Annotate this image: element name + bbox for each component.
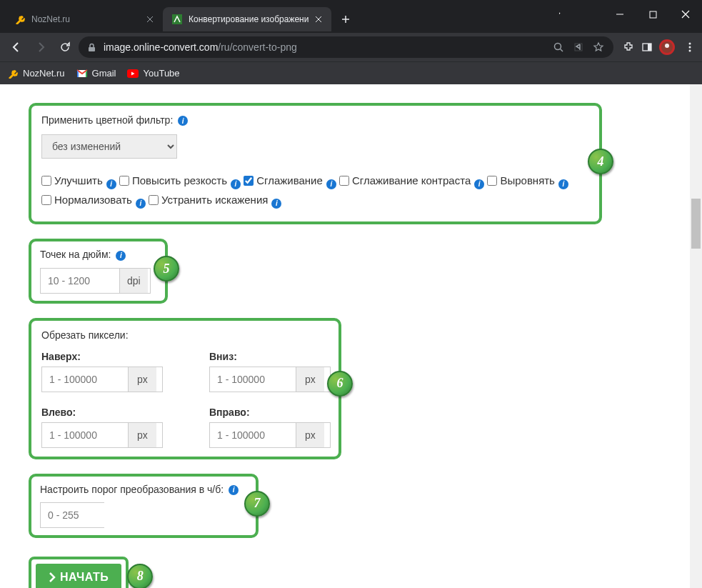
antialias-checkbox[interactable]: Сглаживание: [244, 174, 323, 186]
bookmark-noznet[interactable]: NozNet.ru: [7, 68, 65, 79]
info-icon[interactable]: i: [136, 199, 146, 209]
start-section: НАЧАТЬ 8: [29, 557, 129, 588]
page-content: Применить цветной фильтр: i без изменени…: [0, 84, 702, 588]
svg-point-12: [555, 44, 561, 50]
wrench-icon: [14, 14, 26, 25]
info-icon[interactable]: i: [558, 179, 568, 189]
reload-button[interactable]: [54, 36, 76, 58]
crop-left-label: Влево:: [41, 407, 174, 418]
info-icon[interactable]: i: [116, 251, 126, 261]
crop-right-input[interactable]: [210, 423, 296, 447]
profile-avatar[interactable]: [659, 39, 675, 55]
extension-icons: [622, 39, 696, 55]
site-icon: [171, 14, 183, 25]
crop-top-label: Наверх:: [41, 351, 174, 362]
annotation-badge-8: 8: [127, 564, 153, 588]
equalize-checkbox[interactable]: Выровнять: [487, 174, 555, 186]
svg-point-18: [665, 44, 669, 48]
extensions-icon[interactable]: [622, 41, 635, 53]
crop-bottom-label: Вниз:: [209, 351, 341, 362]
bw-threshold-section: Настроить порог преобразования в ч/б: i …: [29, 474, 259, 538]
svg-rect-1: [650, 11, 656, 18]
wrench-icon: [7, 68, 19, 79]
threshold-label: Настроить порог преобразования в ч/б:: [40, 484, 224, 495]
bookmark-label: NozNet.ru: [23, 68, 65, 79]
new-tab-button[interactable]: [336, 9, 356, 29]
crop-left-input[interactable]: [42, 423, 128, 447]
bookmarks-bar: NozNet.ru Gmail YouTube: [0, 61, 702, 84]
crop-label: Обрезать пиксели:: [41, 329, 129, 341]
panel-icon[interactable]: [641, 41, 653, 53]
url-text: image.online-convert.com/ru/convert-to-p…: [104, 41, 545, 53]
tab-convert[interactable]: Конвертирование изображени: [163, 7, 331, 31]
svg-rect-16: [648, 44, 651, 51]
info-icon[interactable]: i: [229, 485, 239, 495]
px-unit: px: [296, 423, 324, 447]
chevron-right-icon: [49, 572, 56, 582]
back-button[interactable]: [6, 36, 27, 58]
bookmark-star-icon[interactable]: [592, 41, 605, 53]
svg-point-20: [689, 46, 691, 49]
color-filter-label: Применить цветной фильтр:: [41, 114, 173, 126]
info-icon[interactable]: i: [106, 179, 116, 189]
crop-section: Обрезать пиксели: Наверх: px Вниз: px Вл…: [29, 318, 341, 459]
tab-title: Конвертирование изображени: [189, 14, 309, 24]
px-unit: px: [128, 367, 156, 392]
search-icon[interactable]: [552, 41, 565, 53]
annotation-badge-7: 7: [244, 491, 270, 517]
dpi-unit: dpi: [119, 269, 148, 293]
normalize-checkbox[interactable]: Нормализовать: [41, 194, 132, 206]
svg-point-21: [689, 50, 691, 52]
annotation-badge-4: 4: [588, 149, 613, 174]
despeckle-checkbox[interactable]: Устранить искажения: [149, 194, 268, 206]
color-filter-select[interactable]: без изменений: [41, 134, 177, 159]
close-icon[interactable]: [313, 14, 324, 25]
dpi-section: Точек на дюйм: i dpi 5: [29, 239, 168, 303]
bookmark-youtube[interactable]: YouTube: [127, 68, 179, 79]
youtube-icon: [127, 68, 139, 79]
gmail-icon: [76, 68, 88, 79]
color-filter-section: Применить цветной фильтр: i без изменени…: [29, 103, 602, 224]
tab-title: NozNet.ru: [31, 14, 140, 24]
tab-strip: NozNet.ru Конвертирование изображени: [0, 4, 559, 31]
browser-toolbar: image.online-convert.com/ru/convert-to-p…: [0, 33, 702, 61]
px-unit: px: [296, 367, 324, 392]
window-maximize-button[interactable]: [636, 0, 669, 29]
lock-icon: [87, 43, 96, 52]
enhance-checkbox[interactable]: Улучшить: [41, 174, 103, 186]
window-close-button[interactable]: [669, 0, 702, 29]
window-minimize-button[interactable]: [603, 0, 636, 29]
svg-point-19: [689, 43, 691, 45]
start-button[interactable]: НАЧАТЬ: [36, 564, 121, 588]
crop-bottom-input[interactable]: [210, 367, 296, 392]
bookmark-label: Gmail: [92, 68, 116, 79]
close-icon[interactable]: [144, 14, 156, 25]
dpi-label: Точек на дюйм:: [40, 249, 111, 260]
forward-button[interactable]: [30, 36, 51, 58]
info-icon[interactable]: i: [231, 179, 241, 189]
contrast-smoothing-checkbox[interactable]: Сглаживание контраста: [339, 174, 471, 186]
svg-line-13: [561, 49, 563, 52]
sharpen-checkbox[interactable]: Повысить резкость: [119, 174, 227, 186]
tab-noznet[interactable]: NozNet.ru: [6, 7, 163, 31]
info-icon[interactable]: i: [474, 179, 484, 189]
annotation-badge-6: 6: [327, 371, 353, 397]
menu-icon[interactable]: [683, 41, 696, 53]
crop-right-label: Вправо:: [209, 407, 341, 418]
annotation-badge-5: 5: [154, 256, 179, 281]
start-button-label: НАЧАТЬ: [60, 571, 109, 584]
bookmark-gmail[interactable]: Gmail: [76, 68, 116, 79]
svg-rect-11: [89, 47, 95, 51]
share-icon[interactable]: [572, 41, 585, 53]
dpi-input[interactable]: [41, 269, 119, 293]
bookmark-label: YouTube: [143, 68, 179, 79]
px-unit: px: [128, 423, 156, 447]
address-bar[interactable]: image.online-convert.com/ru/convert-to-p…: [79, 36, 613, 58]
threshold-input[interactable]: [41, 503, 105, 527]
info-icon[interactable]: i: [271, 199, 281, 209]
info-icon[interactable]: i: [178, 116, 188, 126]
info-icon[interactable]: i: [326, 179, 336, 189]
crop-top-input[interactable]: [42, 367, 128, 392]
